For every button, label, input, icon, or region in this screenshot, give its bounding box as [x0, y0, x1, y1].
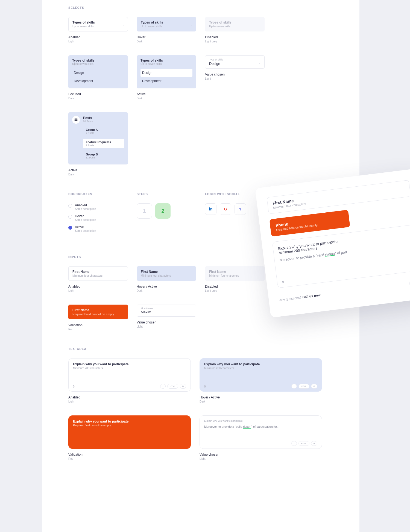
bold-button[interactable]: B [311, 441, 317, 446]
tone-label: Dark [137, 97, 196, 100]
input-anabled[interactable]: First NameMinimum four characters [68, 266, 128, 281]
bold-button[interactable]: B [311, 384, 317, 389]
select-value-chosen[interactable]: Type of skills Design ⌄ [205, 55, 265, 69]
chevron-down-icon: ⌄ [191, 23, 193, 26]
svg-rect-0 [75, 118, 78, 120]
tone-label: Light [205, 77, 265, 80]
input-validation[interactable]: First NameRequired field cannot be empty… [68, 305, 128, 319]
server-icon [72, 116, 80, 124]
radio-icon [68, 226, 72, 230]
step-1[interactable]: 1 [137, 203, 152, 219]
fc-first-name[interactable]: First NameMinimum four characters [267, 180, 410, 214]
select-value: Design [209, 62, 260, 66]
posts-count: 20 Posts [83, 120, 93, 123]
state-label: Active [137, 92, 196, 96]
state-label: Active [68, 168, 128, 172]
radio-icon [68, 204, 72, 208]
italic-button[interactable]: I [291, 441, 297, 446]
html-button[interactable]: HTML [298, 441, 309, 446]
chevron-down-icon: ⌄ [259, 23, 261, 26]
radio-icon [68, 215, 72, 219]
select-sub: Up to seven skills [72, 25, 124, 28]
tone-label: Dark [137, 40, 196, 43]
select-sub: Up to seven skills [141, 25, 192, 28]
select-hover[interactable]: Types of skills Up to seven skills ⌄ [137, 17, 196, 31]
step-2[interactable]: 2 [155, 203, 171, 219]
posts-select[interactable]: Posts 20 Posts ⌄ Group A7 Posts Feature … [68, 112, 128, 164]
call-button[interactable] [409, 277, 410, 290]
state-label: Hover [137, 35, 196, 39]
textarea-body: Moreover, to provide a "valid riason" of… [204, 425, 317, 428]
tone-label: Dark [68, 97, 128, 100]
select-sub: Up to seven skills [72, 62, 124, 65]
select-active[interactable]: Types of skills Up to seven skills Desig… [137, 55, 196, 88]
posts-title: Posts [83, 116, 93, 120]
fc-textarea[interactable]: Explain why you want to participate Mini… [272, 224, 410, 288]
posts-group-a[interactable]: Group A7 Posts [83, 126, 124, 136]
select-focused[interactable]: Types of skills Up to seven skills Desig… [68, 55, 128, 88]
select-anabled[interactable]: Types of skills Up to seven skills ⌄ [68, 17, 128, 31]
select-label: Types of skills [209, 21, 260, 24]
select-label: Types of skills [140, 59, 192, 62]
fc-phone-error[interactable]: PhoneRequired field cannot be empty. [269, 210, 350, 236]
tone-label: Dark [68, 173, 128, 176]
chevron-down-icon: ⌄ [122, 117, 124, 120]
posts-group-b[interactable]: Group B11 Posts [83, 151, 124, 161]
input-disabled: First NameMinimum four characters [205, 266, 265, 281]
checkbox-active[interactable]: ActiveSome description [68, 225, 128, 232]
select-option-development[interactable]: Development [140, 77, 192, 85]
social-linkedin-button[interactable]: in [205, 203, 216, 215]
section-heading-checkboxes: CHECKBOXES [68, 192, 128, 196]
html-button[interactable]: HTML [167, 384, 178, 389]
bold-button[interactable]: B [180, 384, 186, 389]
state-label: Anabled [68, 35, 128, 39]
input-value-chosen[interactable]: First NameMaxim [137, 305, 196, 317]
posts-group-feature[interactable]: Feature Requests2 Posts [83, 139, 124, 148]
italic-button[interactable]: I [160, 384, 166, 389]
state-label: Focused [68, 92, 128, 96]
section-heading-textarea: TEXTAREA [68, 347, 333, 351]
textarea-anabled[interactable]: Explain why you want to participateMinim… [68, 358, 191, 392]
input-hover[interactable]: First NameMinimum four characters [137, 266, 196, 281]
tone-label: Light [68, 40, 128, 43]
fc-footer-text: Any questions? Call us now. [279, 293, 322, 302]
section-heading-steps: STEPS [137, 192, 196, 196]
tone-label: Light grey [205, 40, 265, 43]
select-option-design[interactable]: Design [140, 69, 192, 77]
select-option-design[interactable]: Design [72, 69, 124, 77]
select-sub: Up to seven skills [209, 25, 260, 28]
select-label: Types of skills [141, 21, 192, 24]
html-button[interactable]: HTML [298, 384, 309, 389]
select-label: Types of skills [72, 21, 124, 24]
textarea-hover[interactable]: Explain why you want to participateMinim… [200, 358, 322, 392]
state-label: Disabled [205, 35, 265, 39]
select-option-development[interactable]: Development [72, 77, 124, 85]
textarea-validation[interactable]: Explain why you want to participateRequi… [68, 415, 191, 449]
textarea-chosen[interactable]: Explain why you want to participate More… [200, 415, 322, 449]
selects-section: SELECTS Types of skills Up to seven skil… [68, 6, 333, 176]
social-google-button[interactable]: G [220, 203, 231, 215]
checkbox-hover[interactable]: HoverSome description [68, 214, 128, 221]
floating-form-preview: First NameMinimum four characters LastMi… [255, 168, 410, 318]
checkbox-anabled[interactable]: AnabledSome description [68, 203, 128, 210]
svg-rect-1 [75, 120, 78, 121]
select-sub: Up to seven skills [140, 62, 192, 65]
textarea-section: TEXTAREA Explain why you want to partici… [68, 347, 333, 460]
chevron-down-icon: ⌄ [122, 23, 124, 26]
state-label: Value chosen [205, 73, 265, 76]
chevron-down-icon: ⌄ [258, 60, 261, 64]
italic-button[interactable]: I [291, 384, 297, 389]
select-label: Types of skills [72, 59, 124, 62]
select-tiny-label: Type of skills [209, 58, 260, 61]
select-disabled: Types of skills Up to seven skills ⌄ [205, 17, 265, 31]
social-other-button[interactable]: Y [235, 203, 246, 215]
section-heading-selects: SELECTS [68, 6, 333, 9]
